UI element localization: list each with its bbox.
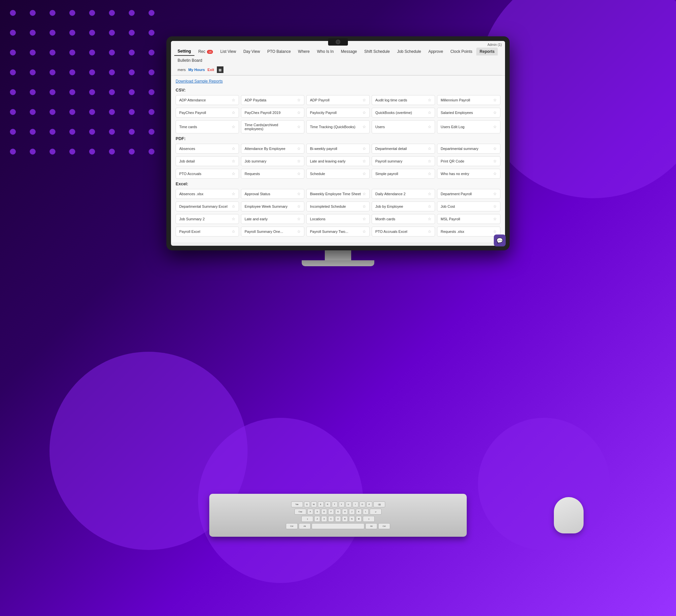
report-card-requests[interactable]: Requests☆ [241, 169, 304, 179]
report-card-incompleted-schedule[interactable]: Incompleted Schedule☆ [306, 202, 370, 211]
report-card-month-cards[interactable]: Month cards☆ [372, 214, 435, 224]
star-late-leaving[interactable]: ☆ [362, 159, 366, 163]
tab-day-view[interactable]: Day View [240, 48, 263, 55]
tab-bulletin-board[interactable]: Bulletin Board [174, 56, 206, 64]
star-adp-paydata[interactable]: ☆ [297, 98, 301, 102]
star-absences[interactable]: ☆ [232, 146, 235, 151]
star-dept-payroll[interactable]: ☆ [493, 192, 497, 196]
star-approval-status[interactable]: ☆ [297, 192, 301, 196]
report-card-pto-accruals[interactable]: PTO Accruals☆ [176, 169, 239, 179]
report-card-biweekly[interactable]: Bi-weekly payroll☆ [306, 144, 370, 154]
star-simple-payroll[interactable]: ☆ [428, 171, 432, 176]
report-card-late-early[interactable]: Late and early☆ [241, 214, 304, 224]
report-card-paychex[interactable]: PayChex Payroll☆ [176, 108, 239, 117]
star-time-tracking[interactable]: ☆ [362, 124, 366, 129]
star-payroll-summary[interactable]: ☆ [428, 159, 432, 163]
report-card-paychex-2019[interactable]: PayChex Payroll 2019☆ [241, 108, 304, 117]
report-card-emp-week-summary[interactable]: Employee Week Summary☆ [241, 202, 304, 211]
report-card-approval-status[interactable]: Approval Status☆ [241, 189, 304, 199]
chat-bubble[interactable]: 💬 [494, 235, 505, 246]
report-card-job-summary-2[interactable]: Job Summary 2☆ [176, 214, 239, 224]
star-requests-xlsx[interactable]: ☆ [493, 229, 497, 234]
report-card-users[interactable]: Users☆ [372, 120, 435, 134]
report-card-absences-xlsx[interactable]: Absences .xlsx☆ [176, 189, 239, 199]
star-payroll-excel[interactable]: ☆ [232, 229, 235, 234]
report-card-quickbooks-ot[interactable]: QuickBooks (overtime)☆ [372, 108, 435, 117]
star-attendance-by-emp[interactable]: ☆ [297, 146, 301, 151]
star-requests[interactable]: ☆ [297, 171, 301, 176]
tab-shift-schedule[interactable]: Shift Schedule [361, 48, 393, 55]
tab-reports[interactable]: Reports [476, 48, 498, 55]
report-card-adp-payroll[interactable]: ADP Payroll☆ [306, 95, 370, 105]
star-users[interactable]: ☆ [428, 124, 432, 129]
report-card-print-qr[interactable]: Print QR Code☆ [437, 156, 500, 166]
star-who-no-entry[interactable]: ☆ [493, 171, 497, 176]
tab-list-view[interactable]: List View [217, 48, 239, 55]
star-job-by-emp[interactable]: ☆ [428, 204, 432, 209]
star-paychex-2019[interactable]: ☆ [297, 110, 301, 115]
sub-nav-timers[interactable]: mers [178, 68, 185, 72]
star-msl-payroll[interactable]: ☆ [493, 217, 497, 221]
report-card-salaried[interactable]: Salaried Employees☆ [437, 108, 500, 117]
tab-setting[interactable]: Setting [174, 47, 194, 56]
monitor-screen[interactable]: Admin (1) Setting Rec 16 List View Day V… [171, 41, 505, 246]
report-card-simple-payroll[interactable]: Simple payroll☆ [372, 169, 435, 179]
star-dept-detail[interactable]: ☆ [428, 146, 432, 151]
star-late-early[interactable]: ☆ [297, 217, 301, 221]
tab-rec[interactable]: Rec 16 [195, 48, 217, 55]
tab-pto-balance[interactable]: PTO Balance [264, 48, 294, 55]
star-users-edit-log[interactable]: ☆ [493, 124, 497, 129]
report-card-adp-attendance[interactable]: ADP Attendance☆ [176, 95, 239, 105]
star-emp-week-summary[interactable]: ☆ [297, 204, 301, 209]
star-payroll-summary-two[interactable]: ☆ [362, 229, 366, 234]
report-card-adp-paydata[interactable]: ADP Paydata☆ [241, 95, 304, 105]
report-card-requests-xlsx[interactable]: Requests .xlsx☆ [437, 226, 500, 237]
qr-code-icon[interactable]: ▦ [217, 66, 223, 73]
star-absences-xlsx[interactable]: ☆ [232, 192, 235, 196]
star-paylocity[interactable]: ☆ [362, 110, 366, 115]
report-card-biweekly-emp-ts[interactable]: Biweekly Employee Time Sheet☆ [306, 189, 370, 199]
report-card-late-leaving[interactable]: Late and leaving early☆ [306, 156, 370, 166]
star-dept-summary-excel[interactable]: ☆ [232, 204, 235, 209]
star-paychex[interactable]: ☆ [232, 110, 235, 115]
report-card-time-cards[interactable]: Time cards☆ [176, 120, 239, 134]
tab-job-schedule[interactable]: Job Schedule [394, 48, 425, 55]
tab-approve[interactable]: Approve [425, 48, 447, 55]
star-print-qr[interactable]: ☆ [493, 159, 497, 163]
star-schedule[interactable]: ☆ [362, 171, 366, 176]
report-card-dept-summary[interactable]: Departmental summary☆ [437, 144, 500, 154]
star-locations[interactable]: ☆ [362, 217, 366, 221]
report-card-users-edit-log[interactable]: Users Edit Log☆ [437, 120, 500, 134]
star-time-cards-archived[interactable]: ☆ [297, 124, 301, 129]
report-card-dept-detail[interactable]: Departmental detail☆ [372, 144, 435, 154]
star-salaried[interactable]: ☆ [493, 110, 497, 115]
tab-where[interactable]: Where [295, 48, 313, 55]
download-link[interactable]: Download Sample Reports [176, 79, 500, 84]
sub-nav-my-hours[interactable]: My Hours [188, 68, 205, 72]
report-card-job-summary[interactable]: Job summary☆ [241, 156, 304, 166]
star-adp-attendance[interactable]: ☆ [232, 98, 235, 102]
star-pto-accruals[interactable]: ☆ [232, 171, 235, 176]
star-quickbooks-ot[interactable]: ☆ [428, 110, 432, 115]
star-biweekly-emp-ts[interactable]: ☆ [362, 192, 366, 196]
report-card-locations[interactable]: Locations☆ [306, 214, 370, 224]
report-card-time-tracking[interactable]: Time Tracking (QuickBooks)☆ [306, 120, 370, 134]
star-audit-log[interactable]: ☆ [428, 98, 432, 102]
star-job-summary[interactable]: ☆ [297, 159, 301, 163]
report-card-attendance-by-emp[interactable]: Attendance By Employee☆ [241, 144, 304, 154]
star-job-cost[interactable]: ☆ [493, 204, 497, 209]
star-job-summary-2[interactable]: ☆ [232, 217, 235, 221]
report-card-pto-accruals-excel[interactable]: PTO Accruals Excel☆ [372, 226, 435, 237]
tab-who-is-in[interactable]: Who Is In [314, 48, 337, 55]
star-dept-summary[interactable]: ☆ [493, 146, 497, 151]
report-card-payroll-summary-two[interactable]: Payroll Summary Two...☆ [306, 226, 370, 237]
star-adp-payroll[interactable]: ☆ [362, 98, 366, 102]
tab-clock-points[interactable]: Clock Points [447, 48, 475, 55]
report-card-schedule[interactable]: Schedule☆ [306, 169, 370, 179]
sub-nav-exit[interactable]: Exit [208, 68, 214, 72]
report-card-who-no-entry[interactable]: Who has no entry☆ [437, 169, 500, 179]
star-pto-accruals-excel[interactable]: ☆ [428, 229, 432, 234]
report-card-job-detail[interactable]: Job detail☆ [176, 156, 239, 166]
report-card-paylocity[interactable]: Paylocity Payroll☆ [306, 108, 370, 117]
report-card-dept-summary-excel[interactable]: Departmental Summary Excel☆ [176, 202, 239, 211]
